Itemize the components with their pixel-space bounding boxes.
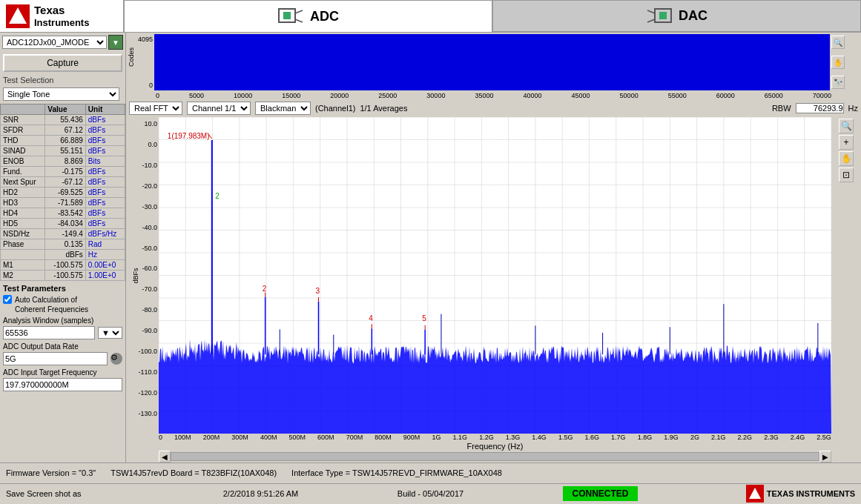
table-row: M2-100.5751.00E+0 [1, 271, 125, 281]
dac-tab-label: DAC [679, 8, 707, 24]
table-row: Next Spur-67.12dBFs [1, 177, 125, 188]
table-row: SFDR67.12dBFs [1, 125, 125, 136]
metric-value: -100.575 [45, 271, 85, 281]
device-dropdown[interactable]: ADC12DJx00_JMODE [2, 36, 107, 49]
metric-unit: 1.00E+0 [85, 271, 125, 281]
metric-name [1, 250, 45, 260]
fft-dropdown-3: Blackman [255, 102, 311, 115]
auto-calc-checkbox[interactable] [3, 295, 12, 304]
metric-name: SFDR [1, 125, 45, 136]
table-row: HD2-69.525dBFs [1, 188, 125, 198]
metric-value: -67.12 [45, 177, 85, 188]
fft-window-select[interactable]: Blackman [255, 102, 311, 115]
fft-plus-icon[interactable]: + [839, 135, 854, 150]
metric-name: SINAD [1, 146, 45, 156]
metric-unit: dBFs [85, 115, 125, 125]
connected-badge: CONNECTED [563, 486, 637, 501]
table-row: NSD/Hz-149.4dBFs/Hz [1, 229, 125, 239]
tab-adc[interactable]: ADC [124, 0, 492, 32]
metric-value: 0.135 [45, 239, 85, 250]
fft-plot: dBFs 10.00.0-10.0-20.0-30.0-40.0-50.0-60… [126, 117, 861, 434]
metric-name: M1 [1, 260, 45, 271]
coherent-freq-label: Coherent Frequencies [3, 305, 122, 314]
metric-name: HD2 [1, 188, 45, 198]
metric-unit: Bits [85, 156, 125, 167]
table-row: THD66.889dBFs [1, 136, 125, 146]
metric-value: 55.436 [45, 115, 85, 125]
test-selection-label: Test Selection [0, 74, 125, 86]
svg-line-8 [647, 19, 655, 22]
fft-dropdown-2: Channel 1/1 [187, 102, 251, 115]
datetime-section: 2/2/2018 9:51:26 AM [176, 489, 346, 498]
waveform-pan[interactable]: ✋ [831, 56, 845, 69]
scroll-left-arrow[interactable]: ◀ [159, 451, 171, 462]
metric-name: THD [1, 136, 45, 146]
table-row: SNR55.436dBFs [1, 115, 125, 125]
metric-unit: dBFs [85, 188, 125, 198]
metric-name: Next Spur [1, 177, 45, 188]
adc-tab-label: ADC [310, 9, 339, 24]
analysis-window-dropdown[interactable]: ▼ [98, 327, 122, 339]
fft-pan-icon[interactable]: ✋ [839, 151, 854, 166]
metric-value: -69.525 [45, 188, 85, 198]
metric-value: -83.542 [45, 208, 85, 219]
svg-line-7 [647, 10, 655, 13]
datetime-label: 2/2/2018 9:51:26 AM [223, 489, 299, 498]
metric-unit: dBFs [85, 167, 125, 177]
fft-channel-select[interactable]: Channel 1/1 [187, 102, 251, 115]
fft-fit-icon[interactable]: ⊡ [839, 168, 854, 182]
capture-button[interactable]: Capture [3, 54, 122, 72]
metric-unit: Hz [85, 250, 125, 260]
table-row: HD5-84.034dBFs [1, 219, 125, 229]
adc-input-freq-input[interactable]: 197.970000000M [3, 378, 122, 391]
test-selection-row: Single Tone [0, 86, 125, 102]
metric-name: HD4 [1, 208, 45, 219]
waveform-zoom-out[interactable]: 🔭 [831, 76, 845, 89]
metric-unit: dBFs [85, 146, 125, 156]
rbw-value-input[interactable]: 76293.9 [796, 103, 844, 113]
fft-canvas [159, 117, 831, 434]
svg-marker-9 [749, 488, 761, 499]
test-selection-dropdown[interactable]: Single Tone [3, 87, 119, 101]
scroll-right-arrow[interactable]: ▶ [819, 451, 831, 462]
svg-rect-6 [659, 12, 667, 19]
metric-value: dBFs [45, 250, 85, 260]
save-label: Save Screen shot as [6, 489, 82, 498]
metric-name: NSD/Hz [1, 229, 45, 239]
table-row: Fund.-0.175dBFs [1, 167, 125, 177]
fft-y-title: dBFs [132, 268, 139, 283]
interface-label: Interface Type = TSW14J57REVD_FIRMWARE_1… [291, 468, 502, 477]
metrics-col-name [1, 105, 45, 115]
h-scroll-bar[interactable] [171, 452, 819, 461]
metric-value: -84.034 [45, 219, 85, 229]
h-scroll: ◀ ▶ [126, 451, 861, 462]
metric-value: 8.869 [45, 156, 85, 167]
analysis-window-input[interactable]: 65536 [3, 326, 95, 339]
dac-icon [646, 6, 673, 27]
tab-dac[interactable]: DAC [492, 0, 861, 32]
waveform-canvas [154, 34, 830, 90]
fft-xaxis: 0100M200M300M400M500M600M700M800M900M1G1… [126, 434, 861, 451]
svg-marker-0 [9, 7, 27, 24]
metric-name: ENOB [1, 156, 45, 167]
ti-logo-text: Texas Instruments [34, 4, 89, 29]
status-top: Firmware Version = "0.3" TSW14J57revD Bo… [0, 463, 861, 484]
metric-name: HD3 [1, 198, 45, 208]
fft-canvas-area[interactable] [159, 117, 831, 434]
adc-output-rate-input[interactable]: 5G [3, 352, 108, 365]
device-dropdown-arrow[interactable]: ▼ [108, 35, 123, 50]
fft-type-select[interactable]: Real FFT [129, 102, 182, 115]
svg-line-4 [295, 19, 303, 22]
waveform-zoom-in[interactable]: 🔍 [831, 36, 845, 49]
adc-input-freq-label: ADC Input Target Frequency [3, 368, 122, 377]
metric-unit: dBFs [85, 177, 125, 188]
svg-line-3 [295, 10, 303, 13]
fft-controls: Real FFT Channel 1/1 Blackman (Channel1)… [126, 99, 861, 117]
adc-icon [277, 6, 304, 27]
waveform-xaxis: 0 5000 10000 15000 20000 25000 30000 350… [126, 92, 861, 99]
gear-icon[interactable]: ⚙ [110, 353, 122, 365]
waveform-strip: 4095 Codes 0 🔍 ✋ 🔭 [126, 33, 861, 92]
table-row: ENOB8.869Bits [1, 156, 125, 167]
fft-zoom-icon[interactable]: 🔍 [839, 119, 854, 133]
metric-unit: Rad [85, 239, 125, 250]
